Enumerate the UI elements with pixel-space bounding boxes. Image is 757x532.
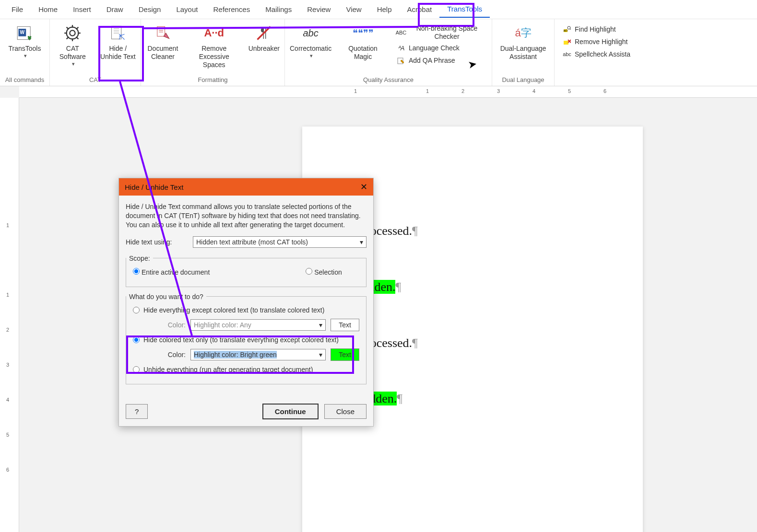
opt-hide-except-radio[interactable] bbox=[133, 307, 140, 313]
correctomatic-button[interactable]: abc Correctomatic bbox=[285, 21, 336, 75]
document-cleaner-button[interactable]: Document Cleaner bbox=[141, 21, 185, 75]
svg-line-9 bbox=[67, 27, 69, 30]
unbreaker-button[interactable]: ¶ Unbreaker bbox=[244, 21, 284, 75]
scope-selection-label: Selection bbox=[314, 268, 342, 276]
document-cleaner-label: Document Cleaner bbox=[146, 45, 180, 61]
group-label-formatting: Formatting bbox=[141, 75, 284, 86]
opt-unhide-radio[interactable] bbox=[133, 366, 140, 373]
menu-review[interactable]: Review bbox=[299, 1, 338, 17]
remove-highlight-label: Remove Highlight bbox=[575, 38, 628, 46]
hide-using-select[interactable]: Hidden text attribute (most CAT tools) bbox=[193, 236, 367, 248]
vruler-mark: 6 bbox=[6, 467, 9, 473]
ruler-mark: 5 bbox=[568, 88, 571, 94]
svg-text:ab: ab bbox=[564, 28, 568, 33]
menu-help[interactable]: Help bbox=[369, 1, 400, 17]
menu-draw[interactable]: Draw bbox=[99, 1, 131, 17]
menu-acrobat[interactable]: Acrobat bbox=[400, 1, 440, 17]
action-fieldset: What do you want to do? Hide everything … bbox=[126, 293, 367, 384]
group-label-extra bbox=[555, 62, 757, 66]
color-label-2: Color: bbox=[152, 351, 186, 359]
svg-text:W: W bbox=[20, 30, 24, 35]
vruler-mark: 1 bbox=[6, 292, 9, 298]
hide-unhide-dialog: Hide / Unhide Text ✕ Hide / Unhide Text … bbox=[118, 178, 374, 427]
quotation-magic-label: Quotation Magic bbox=[341, 45, 385, 61]
abc-check-icon: abc bbox=[302, 24, 320, 42]
vruler-mark: 3 bbox=[6, 362, 9, 368]
remove-highlight-button[interactable]: Remove Highlight bbox=[558, 35, 753, 48]
word-doc-icon: W bbox=[16, 24, 34, 42]
letter-spacing-icon: A··d bbox=[205, 24, 223, 42]
svg-point-4 bbox=[70, 30, 75, 35]
scope-selection-radio[interactable] bbox=[306, 268, 312, 275]
dialog-titlebar[interactable]: Hide / Unhide Text ✕ bbox=[119, 178, 373, 196]
color-select-any[interactable]: Highlight color: Any bbox=[190, 319, 326, 331]
color-select-green[interactable]: Highlight color: Bright green bbox=[190, 349, 326, 360]
continue-button[interactable]: Continue bbox=[262, 404, 319, 419]
group-label-allcommands: All commands bbox=[0, 75, 49, 86]
menu-design[interactable]: Design bbox=[131, 1, 169, 17]
menu-file[interactable]: File bbox=[4, 1, 31, 17]
ruler-mark: 2 bbox=[461, 88, 464, 94]
horizontal-ruler[interactable]: 1 1 2 3 4 5 6 bbox=[19, 86, 757, 98]
vruler-mark: 5 bbox=[6, 432, 9, 438]
svg-line-12 bbox=[76, 27, 79, 30]
color-label-1: Color: bbox=[152, 321, 186, 329]
help-button[interactable]: ? bbox=[126, 404, 148, 419]
edit-icon bbox=[396, 56, 406, 66]
hide-unhide-label: Hide / Unhide Text bbox=[100, 45, 136, 61]
dual-language-label: Dual-Language Assistant bbox=[497, 45, 549, 61]
nbsp-checker-label: Non-breaking Space Checker bbox=[409, 24, 485, 41]
menu-layout[interactable]: Layout bbox=[168, 1, 205, 17]
remove-spaces-label: Remove Excessive Spaces bbox=[189, 45, 239, 69]
dialog-title-text: Hide / Unhide Text bbox=[125, 183, 183, 191]
broom-icon bbox=[154, 24, 172, 42]
spellcheck-assist-button[interactable]: abc Spellcheck Assista bbox=[558, 48, 753, 60]
find-highlight-button[interactable]: ab Find Highlight bbox=[558, 23, 753, 35]
transtools-button[interactable]: W TransTools bbox=[0, 21, 49, 75]
opt-unhide-label: Unhide everything (run after generating … bbox=[143, 366, 313, 373]
ruler-mark: 6 bbox=[603, 88, 606, 94]
spellcheck-icon: abc bbox=[562, 49, 572, 59]
group-label-duallang: Dual Language bbox=[492, 75, 554, 86]
menu-insert[interactable]: Insert bbox=[65, 1, 99, 17]
hide-unhide-button[interactable]: Hide / Unhide Text bbox=[95, 21, 141, 75]
language-check-button[interactable]: ᴬA Language Check bbox=[392, 42, 489, 55]
correctomatic-label: Correctomatic bbox=[290, 45, 331, 53]
menu-view[interactable]: View bbox=[338, 1, 369, 17]
dialog-description: Hide / Unhide Text command allows you to… bbox=[126, 202, 367, 230]
gear-icon bbox=[63, 24, 82, 42]
language-icon: ᴬA bbox=[396, 44, 406, 53]
language-check-label: Language Check bbox=[409, 44, 460, 52]
menu-home[interactable]: Home bbox=[31, 1, 65, 17]
vertical-ruler[interactable]: 1 1 2 3 4 5 6 bbox=[0, 98, 19, 532]
vruler-mark: 2 bbox=[6, 327, 9, 333]
quotation-magic-button[interactable]: ❝❝❞❞ Quotation Magic bbox=[336, 21, 390, 75]
close-icon[interactable]: ✕ bbox=[360, 182, 367, 192]
group-label-cat: CAT bbox=[50, 75, 141, 86]
highlight-search-icon: ab bbox=[562, 24, 572, 34]
dual-language-button[interactable]: á字 Dual-Language Assistant bbox=[492, 21, 554, 75]
remove-spaces-button[interactable]: A··d Remove Excessive Spaces bbox=[185, 21, 244, 75]
opt-hide-colored-label: Hide colored text only (to translate eve… bbox=[143, 336, 339, 344]
opt-hide-colored-radio[interactable] bbox=[133, 336, 140, 343]
group-label-qa: Quality Assurance bbox=[285, 75, 492, 86]
unbreaker-label: Unbreaker bbox=[248, 45, 280, 53]
svg-line-11 bbox=[67, 37, 69, 39]
menu-references[interactable]: References bbox=[205, 1, 258, 17]
highlight-remove-icon bbox=[562, 37, 572, 46]
ruler-mark: 3 bbox=[497, 88, 500, 94]
svg-line-10 bbox=[76, 37, 79, 39]
ruler-mark: 4 bbox=[532, 88, 535, 94]
menu-mailings[interactable]: Mailings bbox=[258, 1, 299, 17]
svg-rect-13 bbox=[111, 26, 121, 39]
close-button[interactable]: Close bbox=[324, 404, 367, 419]
cat-software-button[interactable]: CAT Software bbox=[50, 21, 95, 75]
menu-transtools[interactable]: TransTools bbox=[439, 1, 490, 18]
scope-entire-radio[interactable] bbox=[133, 268, 140, 275]
hide-using-label: Hide text using: bbox=[126, 238, 188, 246]
find-highlight-label: Find Highlight bbox=[575, 25, 616, 34]
nbsp-checker-button[interactable]: ABC Non-breaking Space Checker bbox=[392, 23, 489, 42]
abc-underline-icon: ABC bbox=[396, 28, 406, 37]
scope-fieldset: Scope: Entire active document Selection bbox=[126, 254, 367, 287]
svg-rect-17 bbox=[157, 27, 165, 36]
